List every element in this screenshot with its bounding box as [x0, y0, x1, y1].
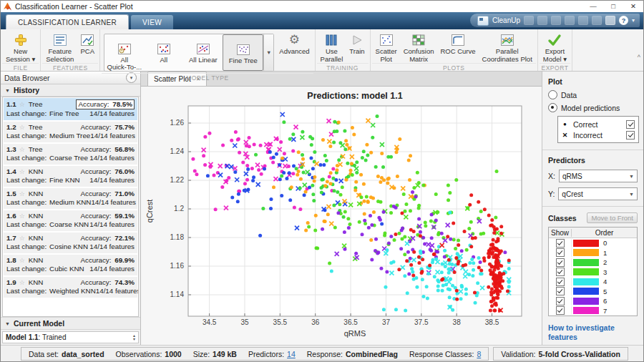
- window-controls: — □ ✕: [583, 1, 643, 12]
- redo-icon[interactable]: [592, 16, 602, 25]
- gallery-item-fine-tree[interactable]: Fine Tree: [223, 34, 263, 71]
- class-4-color-swatch: [573, 278, 599, 285]
- history-item-1.8[interactable]: 1.8☆KNNAccuracy: 69.9%Last change:Cubic …: [4, 255, 137, 275]
- pca-button[interactable]: PCA: [77, 31, 97, 63]
- x-axis-label: qRMS: [344, 329, 366, 338]
- radio-data[interactable]: Data: [548, 90, 638, 99]
- history-item-1.9[interactable]: 1.9☆KNNAccuracy: 74.3%Last change:Weight…: [4, 277, 137, 298]
- help-icon[interactable]: ?: [619, 16, 628, 25]
- favorite-star-icon[interactable]: ☆: [19, 256, 25, 265]
- collapse-ribbon-icon[interactable]: ^: [638, 54, 640, 61]
- cut-icon[interactable]: [537, 16, 547, 25]
- history-item-1.2[interactable]: 1.2☆TreeAccuracy: 75.7%Last change:Mediu…: [4, 122, 137, 142]
- incorrect-label: Incorrect: [573, 131, 602, 140]
- parallel-coordinates-icon: [500, 32, 514, 47]
- gallery-item-all-quick-to[interactable]: All Quick-To-...: [104, 34, 144, 71]
- feature-selection-button[interactable]: Feature Selection: [43, 31, 77, 63]
- favorite-star-icon[interactable]: ☆: [19, 234, 25, 243]
- gallery-item-all[interactable]: All: [144, 34, 183, 71]
- scatter-chart[interactable]: 34.53535.53636.53737.53838.51.141.161.18…: [142, 89, 540, 343]
- gallery-dropdown-icon[interactable]: ▼: [263, 34, 273, 71]
- advanced-button[interactable]: ⚙ Advanced: [276, 31, 312, 73]
- roc-curve-button[interactable]: ROC Curve: [437, 31, 478, 63]
- move-to-front-button[interactable]: Move to Front: [587, 212, 638, 223]
- current-model-header[interactable]: ▼ Current Model: [1, 317, 140, 330]
- cleanup-button[interactable]: CleanUp: [492, 16, 520, 24]
- roc-curve-icon: [451, 32, 465, 47]
- export-model-button[interactable]: Export Model ▾: [540, 31, 570, 63]
- status-predictors-[interactable]: Predictors:14: [248, 350, 296, 358]
- train-button[interactable]: Train: [346, 31, 367, 63]
- class-row-4[interactable]: 4: [549, 277, 637, 287]
- favorite-star-icon[interactable]: ☆: [19, 100, 25, 109]
- class-7-checkbox[interactable]: [556, 306, 565, 315]
- close-button[interactable]: ✕: [623, 1, 643, 12]
- use-parallel-button[interactable]: Use Parallel: [318, 31, 346, 63]
- history-header[interactable]: ▼ History: [1, 84, 140, 97]
- history-item-1.1[interactable]: 1.1☆TreeAccuracy: 78.5%Last change:Fine …: [4, 98, 137, 120]
- class-5-checkbox[interactable]: [556, 287, 565, 295]
- window-layout-icon[interactable]: [605, 16, 615, 25]
- scatter-plot-button[interactable]: Scatter Plot: [373, 31, 400, 63]
- copy-icon[interactable]: [551, 16, 561, 25]
- history-item-1.7[interactable]: 1.7☆KNNAccuracy: 72.1%Last change:Cosine…: [4, 233, 137, 253]
- radio-data-label: Data: [561, 91, 577, 99]
- favorite-star-icon[interactable]: ☆: [19, 123, 25, 132]
- radio-model-predictions[interactable]: Model predictions: [548, 103, 638, 112]
- history-item-1.5[interactable]: 1.5☆KNNAccuracy: 71.0%Last change:Medium…: [4, 188, 137, 209]
- accuracy-value: Accuracy: 69.9%: [80, 256, 135, 265]
- cleanup-icon[interactable]: [477, 16, 489, 26]
- favorite-star-icon[interactable]: ☆: [19, 278, 25, 287]
- history-item-1.6[interactable]: 1.6☆KNNAccuracy: 59.1%Last change:Coarse…: [4, 210, 137, 231]
- current-model-row[interactable]: Model 1.1: Trained ▴ ▾: [2, 331, 139, 343]
- fine-tree-icon: [236, 36, 250, 57]
- class-row-5[interactable]: 5: [549, 287, 637, 297]
- parallel-coordinates-button[interactable]: Parallel Coordinates Plot: [479, 31, 535, 63]
- class-row-3[interactable]: 3: [549, 268, 637, 278]
- undo-icon[interactable]: [578, 16, 588, 25]
- y-predictor-value: qCrest: [562, 190, 582, 198]
- class-row-1[interactable]: 1: [549, 248, 637, 258]
- restore-button[interactable]: □: [603, 1, 623, 12]
- class-2-checkbox[interactable]: [556, 258, 565, 267]
- class-row-6[interactable]: 6: [549, 296, 637, 306]
- investigate-features-link[interactable]: How to investigate features: [548, 323, 638, 342]
- save-icon[interactable]: [524, 16, 534, 25]
- minimize-button[interactable]: —: [583, 1, 603, 12]
- favorite-star-icon[interactable]: ☆: [19, 212, 25, 220]
- class-row-2[interactable]: 2: [549, 258, 637, 268]
- new-session-button[interactable]: New Session ▾: [3, 31, 38, 63]
- radio-data-icon[interactable]: [548, 90, 557, 99]
- incorrect-checkbox[interactable]: [626, 131, 635, 140]
- svg-text:38.5: 38.5: [485, 318, 499, 326]
- favorite-star-icon[interactable]: ☆: [19, 190, 25, 198]
- favorite-star-icon[interactable]: ☆: [19, 167, 25, 176]
- y-predictor-select[interactable]: qCrest ▼: [558, 187, 638, 200]
- class-6-checkbox[interactable]: [556, 297, 565, 305]
- correct-checkbox[interactable]: [626, 120, 635, 129]
- class-row-0[interactable]: 0: [549, 238, 637, 248]
- class-0-checkbox[interactable]: [556, 239, 565, 248]
- class-1-checkbox[interactable]: [556, 248, 565, 257]
- x-predictor-select[interactable]: qRMS ▼: [559, 170, 638, 182]
- quick-access-more-icon[interactable]: ▾: [632, 17, 635, 24]
- confusion-matrix-button[interactable]: Confusion Matrix: [401, 31, 437, 63]
- class-row-7[interactable]: 7: [549, 306, 637, 316]
- tab-view[interactable]: VIEW: [131, 15, 173, 29]
- favorite-star-icon[interactable]: ☆: [19, 145, 25, 154]
- status-response-classes-[interactable]: Response Classes:8: [409, 350, 481, 358]
- section-label-features: FEATURES: [42, 63, 98, 72]
- feature-selection-icon: [53, 32, 67, 47]
- class-4-checkbox[interactable]: [556, 278, 565, 286]
- radio-model-predictions-icon[interactable]: [548, 103, 557, 112]
- current-model-spinner[interactable]: ▴ ▾: [133, 334, 135, 341]
- spinner-down-icon[interactable]: ▾: [133, 338, 135, 341]
- class-3-checkbox[interactable]: [556, 268, 565, 276]
- history-item-1.3[interactable]: 1.3☆TreeAccuracy: 56.8%Last change:Coars…: [4, 144, 137, 165]
- tab-classification-learner[interactable]: CLASSIFICATION LEARNER: [6, 14, 129, 29]
- paste-icon[interactable]: [565, 16, 575, 25]
- gallery-item-all-linear[interactable]: All Linear: [183, 34, 223, 71]
- history-item-1.4[interactable]: 1.4☆KNNAccuracy: 76.0%Last change:Fine K…: [4, 166, 137, 187]
- col-show: Show: [549, 229, 572, 237]
- current-model-status: : Trained: [39, 333, 67, 341]
